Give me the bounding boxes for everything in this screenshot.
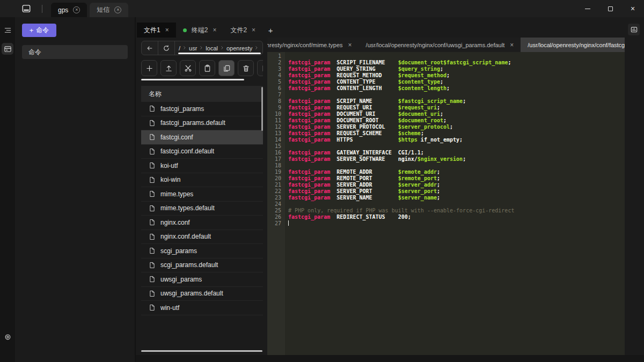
- file-row[interactable]: scgi_params: [141, 244, 263, 258]
- file-list-header[interactable]: 名称: [141, 86, 263, 102]
- refresh-button[interactable]: [158, 41, 175, 55]
- file-row[interactable]: mime.types: [141, 187, 263, 202]
- code-line[interactable]: [288, 92, 625, 98]
- line-number: 10: [267, 111, 281, 117]
- file-row[interactable]: koi-win: [141, 173, 263, 188]
- code-line[interactable]: [288, 143, 625, 150]
- file-row[interactable]: fastcgi.conf.default: [141, 145, 263, 159]
- toolbar-scrollbar[interactable]: [141, 79, 244, 80]
- file-name: nginx.conf.default: [160, 233, 211, 240]
- breadcrumb-segment[interactable]: openresty: [226, 45, 252, 51]
- file-name: scgi_params: [160, 247, 197, 255]
- code-line[interactable]: # PHP only, required if PHP was built wi…: [288, 208, 625, 214]
- code-line[interactable]: fastcgi_param CONTENT_LENGTH $content_le…: [288, 85, 625, 92]
- file-row[interactable]: nginx.conf.default: [141, 230, 263, 245]
- file-panel-hscrollbar[interactable]: [141, 350, 262, 352]
- code-line[interactable]: [288, 162, 625, 169]
- detail-icon: [261, 64, 264, 72]
- back-button[interactable]: [142, 41, 158, 55]
- plus-icon: +: [268, 26, 273, 35]
- line-number: 9: [267, 105, 281, 111]
- panel-tab[interactable]: 终端2×: [176, 23, 224, 38]
- close-tab-icon[interactable]: ×: [73, 6, 80, 13]
- settings-icon[interactable]: [2, 331, 13, 343]
- close-icon: ×: [631, 4, 635, 13]
- code-line[interactable]: [288, 201, 625, 208]
- terminal-sessions-icon[interactable]: [2, 43, 13, 55]
- minimize-button[interactable]: [576, 0, 599, 17]
- breadcrumb-segment[interactable]: usr: [189, 45, 197, 51]
- file-icon: [149, 276, 156, 283]
- breadcrumb-segment[interactable]: local: [206, 45, 218, 51]
- paste-button[interactable]: [199, 60, 215, 76]
- code-line[interactable]: fastcgi_param REQUEST_SCHEME $scheme;: [288, 130, 625, 137]
- code-line[interactable]: fastcgi_param SERVER_PORT $server_port;: [288, 188, 625, 195]
- breadcrumb-scrollbar[interactable]: [178, 53, 261, 54]
- command-list-icon[interactable]: [2, 24, 13, 36]
- code-line[interactable]: fastcgi_param HTTPS $https if_not_empty;: [288, 137, 625, 143]
- code-line[interactable]: fastcgi_param GATEWAY_INTERFACE CGI/1.1;: [288, 150, 625, 156]
- close-tab-icon[interactable]: ×: [510, 41, 514, 49]
- server-monitor-icon[interactable]: [628, 24, 640, 35]
- file-row[interactable]: scgi_params.default: [141, 258, 263, 273]
- code-line[interactable]: fastcgi_param SERVER_NAME $server_name;: [288, 195, 625, 201]
- file-row[interactable]: uwsgi_params: [141, 272, 263, 287]
- code-line[interactable]: fastcgi_param QUERY_STRING $query_string…: [288, 66, 625, 72]
- detail-button[interactable]: [257, 60, 263, 76]
- code-line[interactable]: fastcgi_param DOCUMENT_ROOT $document_ro…: [288, 117, 625, 124]
- add-command-button[interactable]: + 命令: [22, 24, 56, 37]
- command-panel-header[interactable]: 命令: [22, 45, 128, 59]
- editor-tab[interactable]: /usr/local/openresty/nginx/conf/uwsgi_pa…: [359, 38, 521, 52]
- code-line[interactable]: fastcgi_param REQUEST_URI $request_uri;: [288, 105, 625, 111]
- code-line[interactable]: fastcgi_param REDIRECT_STATUS 200;: [288, 214, 625, 220]
- cut-button[interactable]: [180, 60, 196, 76]
- file-row[interactable]: koi-utf: [141, 159, 263, 173]
- editor-tab[interactable]: enresty/nginx/conf/mime.types×: [267, 38, 359, 52]
- code-line[interactable]: fastcgi_param REMOTE_ADDR $remote_addr;: [288, 169, 625, 175]
- maximize-icon: [608, 6, 613, 11]
- code-line[interactable]: fastcgi_param SERVER_PROTOCOL $server_pr…: [288, 124, 625, 130]
- file-row[interactable]: nginx.conf: [141, 216, 263, 230]
- breadcrumb-segment[interactable]: /: [179, 45, 180, 51]
- delete-button[interactable]: [238, 60, 254, 76]
- code-line[interactable]: [288, 53, 625, 60]
- code-line[interactable]: fastcgi_param SERVER_ADDR $server_addr;: [288, 182, 625, 188]
- new-file-button[interactable]: [141, 60, 157, 76]
- close-window-button[interactable]: ×: [621, 0, 644, 17]
- code-line[interactable]: fastcgi_param SCRIPT_NAME $fastcgi_scrip…: [288, 98, 625, 105]
- close-tab-icon[interactable]: ×: [252, 26, 255, 34]
- editor-code[interactable]: fastcgi_param SCRIPT_FILENAME $document_…: [285, 52, 625, 355]
- window-tab[interactable]: 短信×: [90, 3, 128, 17]
- chevron-right-icon: [199, 45, 204, 51]
- file-row[interactable]: uwsgi_params.default: [141, 287, 263, 301]
- file-row[interactable]: fastcgi.conf: [141, 130, 263, 145]
- upload-button[interactable]: [160, 60, 177, 76]
- panel-tab[interactable]: 文件1×: [137, 23, 176, 38]
- code-line[interactable]: fastcgi_param REMOTE_PORT $remote_port;: [288, 175, 625, 182]
- window-tab[interactable]: gps×: [51, 3, 87, 17]
- file-row[interactable]: mime.types.default: [141, 202, 263, 216]
- code-line[interactable]: fastcgi_param CONTENT_TYPE $content_type…: [288, 79, 625, 85]
- copy-button[interactable]: [218, 60, 235, 76]
- line-number: 11: [267, 117, 281, 124]
- code-line[interactable]: [288, 220, 625, 227]
- maximize-button[interactable]: [599, 0, 621, 17]
- file-icon: [149, 205, 156, 212]
- file-row[interactable]: fastcgi_params: [141, 102, 263, 116]
- panel-tab[interactable]: 文件2×: [223, 23, 262, 38]
- editor-tab[interactable]: /usr/local/openresty/nginx/conf/fastcgi.…: [521, 38, 625, 52]
- code-line[interactable]: fastcgi_param SCRIPT_FILENAME $document_…: [288, 60, 625, 66]
- close-tab-icon[interactable]: ×: [213, 26, 216, 34]
- close-tab-icon[interactable]: ×: [348, 41, 352, 49]
- close-tab-icon[interactable]: ×: [165, 26, 169, 34]
- code-line[interactable]: fastcgi_param REQUEST_METHOD $request_me…: [288, 72, 625, 79]
- paste-icon: [203, 64, 211, 72]
- file-row[interactable]: win-utf: [141, 301, 263, 315]
- add-tab-button[interactable]: +: [262, 23, 279, 38]
- file-row[interactable]: fastcgi_params.default: [141, 116, 263, 131]
- app-icon[interactable]: [19, 2, 33, 15]
- close-tab-icon[interactable]: ×: [114, 6, 121, 13]
- code-line[interactable]: fastcgi_param SERVER_SOFTWARE nginx/$ngi…: [288, 156, 625, 162]
- file-list-scrollbar[interactable]: [261, 87, 263, 131]
- code-line[interactable]: fastcgi_param DOCUMENT_URI $document_uri…: [288, 111, 625, 117]
